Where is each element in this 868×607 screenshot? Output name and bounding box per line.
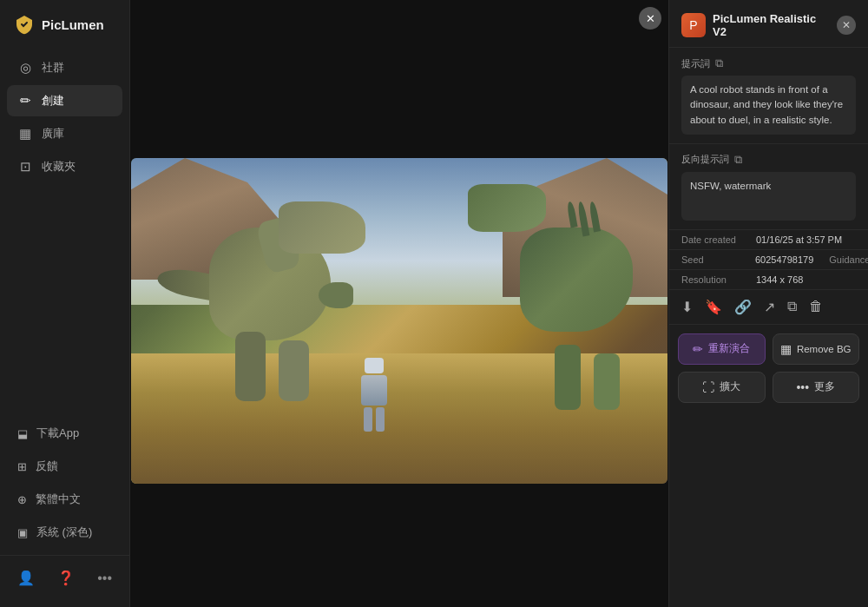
sidebar-item-label-favorites: 收藏夾: [42, 159, 76, 175]
system-icon: ▣: [17, 526, 28, 539]
gallery-icon: ▦: [17, 126, 33, 142]
sidebar-bottom: ⬓ 下載App ⊞ 反饋 ⊕ 繁體中文 ▣ 系統 (深色): [0, 418, 129, 548]
sidebar-item-system[interactable]: ▣ 系統 (深色): [7, 517, 122, 548]
app-name: PicLumen: [42, 17, 104, 32]
panel-header: P PicLumen Realistic V2 ✕: [669, 0, 868, 48]
robot-leg-left: [364, 407, 372, 432]
spine-fin-2: [577, 201, 590, 237]
main-content: ✕: [130, 0, 668, 607]
close-image-button[interactable]: ✕: [639, 7, 661, 30]
sidebar-label-system: 系統 (深色): [36, 525, 92, 540]
seed-pair: Seed 60254798179: [681, 254, 813, 265]
robot-head: [365, 358, 384, 373]
small-dino-bg: [319, 282, 353, 308]
more-button[interactable]: ••• 更多: [773, 372, 860, 403]
bottom-buttons: ✏ 重新演合 ▦ Remove BG ⛶ 擴大 ••• 更多: [669, 325, 868, 408]
remove-bg-label: Remove BG: [797, 344, 852, 354]
community-icon: ◎: [17, 60, 33, 76]
action-row: ⬇ 🔖 🔗 ↗ ⧉ 🗑: [669, 290, 868, 325]
resolution-value: 1344 x 768: [756, 274, 803, 285]
sidebar-item-gallery[interactable]: ▦ 廣庫: [7, 118, 122, 149]
seed-guidance-row: Seed 60254798179 Guidance Scale 4.5: [669, 250, 868, 270]
prompt-label: 提示詞 ⧉: [681, 56, 856, 70]
language-icon: ⊕: [17, 493, 27, 506]
resolution-row: Resolution 1344 x 768: [669, 270, 868, 290]
sidebar-nav: ◎ 社群 ✏ 創建 ▦ 廣庫 ⊡ 收藏夾: [0, 52, 129, 418]
model-name: PicLumen Realistic V2: [713, 12, 830, 38]
sidebar-footer: 👤 ❓ •••: [0, 555, 129, 593]
dino-right-leg2: [594, 353, 620, 410]
prompt-copy-icon[interactable]: ⧉: [715, 56, 723, 70]
negative-prompt-section: 反向提示詞 ⧉ NSFW, watermark: [669, 144, 868, 230]
resolution-label: Resolution: [681, 274, 751, 285]
logo-icon: [14, 14, 35, 35]
robot-figure: [352, 358, 396, 436]
bookmark-action-icon[interactable]: 🔖: [705, 299, 722, 315]
robot-body: [361, 375, 387, 406]
expand-icon: ⛶: [702, 380, 714, 394]
generated-image: [131, 158, 667, 484]
prompt-text: A cool robot stands in front of a dinosa…: [681, 76, 856, 135]
remove-bg-button[interactable]: ▦ Remove BG: [773, 333, 860, 365]
sidebar-item-label-gallery: 廣庫: [42, 126, 64, 142]
remix-icon: ✏: [693, 342, 703, 356]
share-action-icon[interactable]: ↗: [764, 299, 775, 315]
dino-right-spine: [569, 201, 598, 236]
sidebar-item-label-create: 創建: [42, 93, 64, 109]
sidebar-label-download: 下載App: [36, 426, 79, 441]
sidebar-label-feedback: 反饋: [36, 459, 58, 474]
trex-leg2: [279, 340, 309, 401]
trex-head: [279, 201, 365, 254]
guidance-pair: Guidance Scale 4.5: [829, 254, 868, 265]
spine-fin-3: [589, 201, 601, 233]
seed-value: 60254798179: [755, 254, 813, 265]
download-app-icon: ⬓: [17, 427, 28, 440]
copy-action-icon[interactable]: ⧉: [787, 299, 797, 314]
more-label: 更多: [814, 380, 835, 393]
seed-label: Seed: [681, 254, 751, 265]
feedback-icon: ⊞: [17, 460, 27, 473]
create-icon: ✏: [17, 93, 33, 109]
image-display-area: [130, 0, 668, 607]
sidebar-item-download[interactable]: ⬓ 下載App: [7, 418, 122, 449]
model-icon: P: [681, 13, 706, 37]
trex-leg1: [235, 332, 266, 401]
sidebar-item-community[interactable]: ◎ 社群: [7, 52, 122, 83]
prompt-section: 提示詞 ⧉ A cool robot stands in front of a …: [669, 48, 868, 144]
expand-button[interactable]: ⛶ 擴大: [678, 372, 766, 403]
panel-close-button[interactable]: ✕: [837, 16, 856, 35]
dino-right: [459, 175, 650, 419]
dino-right-head: [468, 184, 546, 232]
sidebar-item-label-community: 社群: [42, 60, 64, 76]
dino-right-leg1: [555, 345, 581, 410]
app-logo: PicLumen: [0, 14, 129, 52]
remix-label: 重新演合: [708, 342, 750, 355]
sidebar-item-favorites[interactable]: ⊡ 收藏夾: [7, 151, 122, 182]
guidance-label: Guidance Scale: [829, 254, 868, 265]
sidebar-item-language[interactable]: ⊕ 繁體中文: [7, 484, 122, 515]
date-label: Date created: [681, 234, 751, 245]
sidebar: PicLumen ◎ 社群 ✏ 創建 ▦ 廣庫 ⊡ 收藏夾 ⬓ 下載App ⊞ …: [0, 0, 130, 607]
sidebar-item-feedback[interactable]: ⊞ 反饋: [7, 451, 122, 482]
sidebar-label-language: 繁體中文: [36, 492, 81, 507]
download-action-icon[interactable]: ⬇: [681, 299, 693, 315]
date-row: Date created 01/16/25 at 3:57 PM: [669, 230, 868, 250]
user-icon[interactable]: 👤: [14, 566, 38, 590]
dino-right-body: [520, 228, 633, 332]
spine-fin-1: [566, 201, 577, 228]
sidebar-item-create[interactable]: ✏ 創建: [7, 85, 122, 116]
favorites-icon: ⊡: [17, 159, 33, 175]
more-options-icon[interactable]: •••: [94, 567, 115, 590]
remix-button[interactable]: ✏ 重新演合: [678, 333, 766, 365]
link-action-icon[interactable]: 🔗: [734, 299, 752, 315]
negative-prompt-copy-icon[interactable]: ⧉: [734, 153, 742, 167]
help-icon[interactable]: ❓: [54, 566, 78, 590]
scene-container: [131, 158, 667, 484]
negative-prompt-label: 反向提示詞 ⧉: [681, 153, 856, 167]
right-panel: P PicLumen Realistic V2 ✕ 提示詞 ⧉ A cool r…: [668, 0, 868, 607]
more-icon: •••: [796, 380, 809, 394]
robot-legs: [352, 407, 396, 432]
date-value: 01/16/25 at 3:57 PM: [756, 234, 842, 245]
delete-action-icon[interactable]: 🗑: [809, 299, 823, 314]
remove-bg-icon: ▦: [780, 342, 792, 356]
